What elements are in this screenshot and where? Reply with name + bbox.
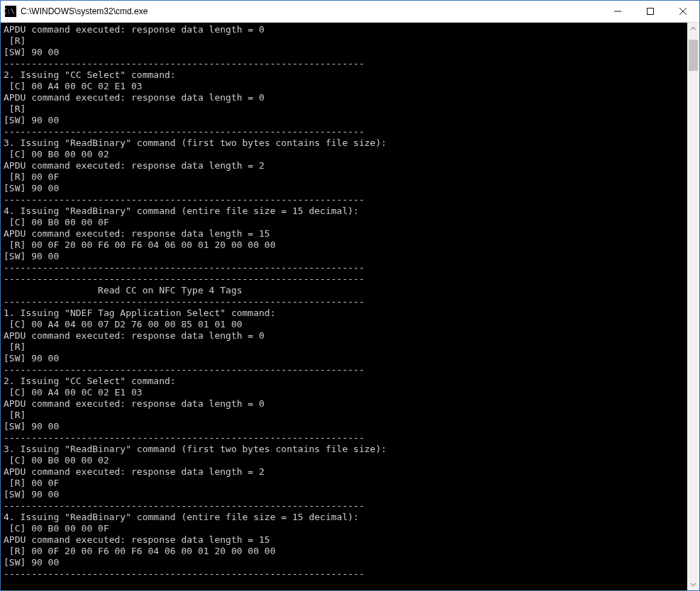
terminal-line: ----------------------------------------… bbox=[4, 432, 684, 444]
terminal-line: [R] bbox=[4, 103, 684, 115]
window-title: C:\WINDOWS\system32\cmd.exe bbox=[21, 6, 601, 16]
chevron-up-icon bbox=[690, 26, 696, 32]
chevron-down-icon bbox=[690, 581, 696, 587]
terminal-line: 4. Issuing "ReadBinary" command (entire … bbox=[4, 206, 684, 217]
terminal-line: ----------------------------------------… bbox=[4, 296, 684, 308]
scroll-up-button[interactable] bbox=[687, 23, 699, 35]
maximize-icon bbox=[647, 8, 654, 15]
terminal-line: [SW] 90 00 bbox=[4, 183, 684, 194]
terminal-line: [C] 00 B0 00 00 0F bbox=[4, 523, 684, 534]
terminal-line: [C] 00 B0 00 00 02 bbox=[4, 455, 684, 466]
terminal-line: [SW] 90 00 bbox=[4, 47, 684, 58]
terminal-line: APDU command executed: response data len… bbox=[4, 228, 684, 240]
maximize-button[interactable] bbox=[634, 1, 667, 22]
terminal-line: 4. Issuing "ReadBinary" command (entire … bbox=[4, 512, 684, 523]
content-area: APDU command executed: response data len… bbox=[1, 23, 699, 590]
terminal-line: [SW] 90 00 bbox=[4, 251, 684, 262]
terminal-line: [R] 00 0F bbox=[4, 171, 684, 183]
minimize-button[interactable] bbox=[601, 1, 634, 22]
terminal-line: [R] 00 0F 20 00 F6 00 F6 04 06 00 01 20 … bbox=[4, 546, 684, 557]
terminal-line: ----------------------------------------… bbox=[4, 568, 684, 580]
scroll-down-button[interactable] bbox=[687, 578, 699, 590]
terminal-line: [R] 00 0F 20 00 F6 00 F6 04 06 00 01 20 … bbox=[4, 240, 684, 251]
terminal-line: ----------------------------------------… bbox=[4, 500, 684, 512]
terminal-line: [R] 00 0F bbox=[4, 478, 684, 489]
terminal-line: 2. Issuing "CC Select" command: bbox=[4, 376, 684, 387]
terminal-line: APDU command executed: response data len… bbox=[4, 160, 684, 171]
terminal-line: [SW] 90 00 bbox=[4, 421, 684, 432]
cmd-window: C:\. C:\WINDOWS\system32\cmd.exe AP bbox=[0, 0, 700, 591]
terminal-line: [R] bbox=[4, 342, 684, 353]
close-button[interactable] bbox=[667, 1, 699, 22]
terminal-line: [C] 00 A4 00 0C 02 E1 03 bbox=[4, 387, 684, 398]
terminal-line: ----------------------------------------… bbox=[4, 126, 684, 137]
svg-rect-1 bbox=[648, 9, 654, 15]
window-controls bbox=[601, 1, 699, 22]
close-icon bbox=[679, 8, 687, 15]
scroll-thumb[interactable] bbox=[689, 40, 698, 71]
title-bar[interactable]: C:\. C:\WINDOWS\system32\cmd.exe bbox=[1, 1, 699, 23]
terminal-line: 3. Issuing "ReadBinary" command (first t… bbox=[4, 137, 684, 149]
terminal-line: [SW] 90 00 bbox=[4, 115, 684, 126]
terminal-line: [SW] 90 00 bbox=[4, 489, 684, 500]
terminal-line: ----------------------------------------… bbox=[4, 364, 684, 376]
terminal-line: [C] 00 A4 04 00 07 D2 76 00 00 85 01 01 … bbox=[4, 319, 684, 330]
terminal-line: ----------------------------------------… bbox=[4, 274, 684, 285]
terminal-line: APDU command executed: response data len… bbox=[4, 466, 684, 478]
terminal-line: APDU command executed: response data len… bbox=[4, 398, 684, 410]
terminal-line: [C] 00 B0 00 00 02 bbox=[4, 149, 684, 160]
terminal-line: APDU command executed: response data len… bbox=[4, 24, 684, 35]
cmd-icon: C:\. bbox=[5, 6, 16, 17]
terminal-line: 2. Issuing "CC Select" command: bbox=[4, 69, 684, 81]
terminal-line: APDU command executed: response data len… bbox=[4, 330, 684, 342]
terminal-line: 3. Issuing "ReadBinary" command (first t… bbox=[4, 444, 684, 455]
terminal-line: [SW] 90 00 bbox=[4, 557, 684, 568]
terminal-line: APDU command executed: response data len… bbox=[4, 92, 684, 103]
terminal-line: ----------------------------------------… bbox=[4, 194, 684, 206]
minimize-icon bbox=[614, 8, 621, 15]
terminal-line: [C] 00 B0 00 00 0F bbox=[4, 217, 684, 228]
terminal-line: APDU command executed: response data len… bbox=[4, 534, 684, 546]
terminal-line: [C] 00 A4 00 0C 02 E1 03 bbox=[4, 81, 684, 92]
terminal-output[interactable]: APDU command executed: response data len… bbox=[1, 23, 687, 590]
terminal-line: 1. Issuing "NDEF Tag Application Select"… bbox=[4, 308, 684, 319]
terminal-line: [SW] 90 00 bbox=[4, 353, 684, 364]
terminal-line: [R] bbox=[4, 35, 684, 47]
terminal-line: Read CC on NFC Type 4 Tags bbox=[4, 285, 684, 296]
vertical-scrollbar[interactable] bbox=[687, 23, 699, 590]
terminal-line: ----------------------------------------… bbox=[4, 58, 684, 69]
terminal-line: [R] bbox=[4, 410, 684, 421]
terminal-line: ----------------------------------------… bbox=[4, 262, 684, 274]
